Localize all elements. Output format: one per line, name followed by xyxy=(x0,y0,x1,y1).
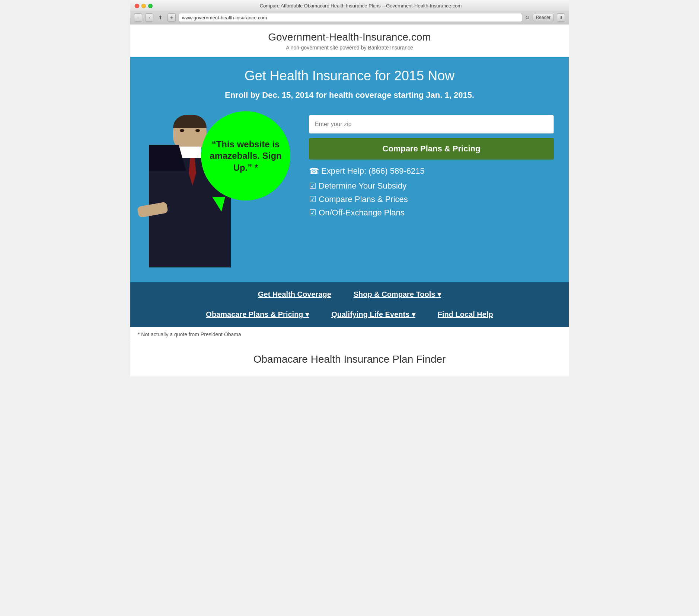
hero-section: Get Health Insurance for 2015 Now Enroll… xyxy=(130,57,569,282)
person-hair xyxy=(173,115,207,128)
person-left-eye xyxy=(180,129,184,132)
close-dot[interactable] xyxy=(135,4,139,8)
browser-titlebar: Compare Affordable Obamacare Health Insu… xyxy=(130,0,569,11)
nav-link-local-help[interactable]: Find Local Help xyxy=(438,310,493,319)
obamacare-arrow: ▾ xyxy=(305,310,309,318)
new-tab-button[interactable]: + xyxy=(167,13,176,22)
bottom-title: Obamacare Health Insurance Plan Finder xyxy=(138,353,561,365)
back-button[interactable]: ‹ xyxy=(134,13,142,22)
feature-item-3: ☑ On/Off-Exchange Plans xyxy=(309,208,554,218)
site-subtitle: A non-government site powered by Bankrat… xyxy=(138,45,561,51)
forward-button[interactable]: › xyxy=(145,13,153,22)
nav-link-qualifying[interactable]: Qualifying Life Events ▾ xyxy=(331,310,415,319)
website-content: Government-Health-Insurance.com A non-go… xyxy=(130,25,569,376)
person-shirt xyxy=(179,147,201,158)
hero-left: “This website is amazeballs. Sign Up.” * xyxy=(145,111,301,267)
feature-item-2: ☑ Compare Plans & Prices xyxy=(309,195,554,204)
expert-help: ☎ Expert Help: (866) 589-6215 xyxy=(309,166,554,176)
person-right-eye xyxy=(195,129,200,132)
speech-bubble-text: “This website is amazeballs. Sign Up.” * xyxy=(201,131,290,181)
reader-button[interactable]: Reader xyxy=(533,14,554,21)
speech-bubble: “This website is amazeballs. Sign Up.” * xyxy=(201,111,290,200)
nav-bar: Get Health Coverage Shop & Compare Tools… xyxy=(130,282,569,327)
hero-form: Compare Plans & Pricing ☎ Expert Help: (… xyxy=(309,111,554,221)
bottom-section: Obamacare Health Insurance Plan Finder xyxy=(130,342,569,376)
hero-content: “This website is amazeballs. Sign Up.” *… xyxy=(145,111,554,267)
nav-link-obamacare[interactable]: Obamacare Plans & Pricing ▾ xyxy=(206,310,309,319)
download-button[interactable]: ⬇ xyxy=(557,13,565,22)
zip-input[interactable] xyxy=(309,115,554,134)
qualifying-arrow: ▾ xyxy=(412,310,415,318)
share-button[interactable]: ⬆ xyxy=(156,13,165,22)
shop-compare-arrow: ▾ xyxy=(437,290,441,298)
hero-headline: Get Health Insurance for 2015 Now xyxy=(145,68,554,84)
disclaimer: * Not actually a quote from President Ob… xyxy=(130,327,569,342)
site-header: Government-Health-Insurance.com A non-go… xyxy=(130,25,569,57)
nav-row-2: Obamacare Plans & Pricing ▾ Qualifying L… xyxy=(130,306,569,327)
nav-link-shop-compare[interactable]: Shop & Compare Tools ▾ xyxy=(354,290,441,299)
nav-row-1: Get Health Coverage Shop & Compare Tools… xyxy=(130,282,569,306)
browser-toolbar: ‹ › ⬆ + www.government-health-insurance.… xyxy=(130,11,569,24)
window-controls xyxy=(135,4,153,8)
compare-button[interactable]: Compare Plans & Pricing xyxy=(309,138,554,160)
refresh-button[interactable]: ↻ xyxy=(525,15,530,20)
hero-subheadline: Enroll by Dec. 15, 2014 for health cover… xyxy=(145,90,554,100)
browser-title: Compare Affordable Obamacare Health Insu… xyxy=(157,3,564,9)
url-text: www.government-health-insurance.com xyxy=(182,15,267,20)
browser-chrome: Compare Affordable Obamacare Health Insu… xyxy=(130,0,569,25)
nav-link-health-coverage[interactable]: Get Health Coverage xyxy=(258,290,331,299)
feature-item-1: ☑ Determine Your Subsidy xyxy=(309,181,554,191)
site-title: Government-Health-Insurance.com xyxy=(138,31,561,43)
feature-list: ☑ Determine Your Subsidy ☑ Compare Plans… xyxy=(309,181,554,218)
address-bar[interactable]: www.government-health-insurance.com xyxy=(179,13,522,22)
maximize-dot[interactable] xyxy=(148,4,153,8)
minimize-dot[interactable] xyxy=(141,4,146,8)
